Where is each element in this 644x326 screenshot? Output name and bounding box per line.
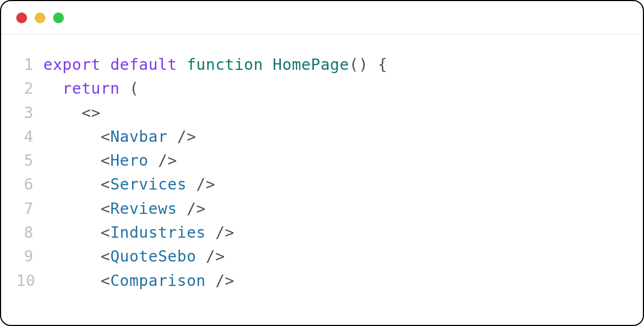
line-number: 1 (16, 53, 43, 77)
code-line: 6 <Services /> (16, 173, 628, 197)
line-number: 8 (16, 221, 43, 245)
close-dot[interactable] (16, 12, 27, 23)
line-number: 3 (16, 101, 43, 125)
token (168, 128, 178, 146)
code-line: 3 <> (16, 101, 628, 125)
token: export (43, 56, 101, 74)
token: Industries (110, 224, 206, 242)
code-line: 7 <Reviews /> (16, 197, 628, 221)
token (43, 272, 101, 290)
zoom-dot[interactable] (53, 12, 64, 23)
token: Services (110, 175, 187, 193)
token: < (101, 128, 110, 146)
token (206, 224, 215, 242)
code-line: 4 <Navbar /> (16, 125, 628, 149)
code-content: <Reviews /> (43, 197, 206, 221)
token: HomePage (273, 56, 349, 74)
line-number: 6 (16, 173, 43, 197)
token (368, 56, 378, 74)
code-window: 1export default function HomePage() {2 r… (0, 0, 644, 326)
code-content: <Services /> (43, 173, 215, 197)
window-titlebar (1, 1, 643, 35)
token: /> (177, 128, 196, 146)
token (43, 247, 101, 265)
token (43, 224, 101, 242)
token: function (187, 56, 263, 74)
token (263, 56, 273, 74)
token (101, 56, 110, 74)
line-number: 10 (16, 269, 43, 293)
token: default (110, 56, 178, 74)
token (43, 152, 101, 169)
code-line: 9 <QuoteSebo /> (16, 245, 628, 269)
token: < (101, 272, 110, 290)
token (206, 272, 215, 290)
token (43, 104, 82, 122)
code-line: 5 <Hero /> (16, 149, 628, 173)
code-content: return ( (43, 77, 139, 101)
token: < (101, 152, 110, 169)
line-number: 9 (16, 245, 43, 269)
code-content: <Industries /> (43, 221, 234, 245)
code-content: <QuoteSebo /> (43, 245, 225, 269)
token: <> (82, 104, 101, 122)
token: () (349, 56, 368, 74)
code-line: 1export default function HomePage() { (16, 53, 628, 77)
line-number: 7 (16, 197, 43, 221)
token (43, 128, 101, 146)
line-number: 4 (16, 125, 43, 149)
line-number: 2 (16, 77, 43, 101)
token: < (101, 175, 110, 193)
token: /> (187, 200, 206, 218)
token: < (101, 247, 110, 265)
token (43, 80, 62, 97)
token (177, 56, 187, 74)
code-line: 10 <Comparison /> (16, 269, 628, 293)
token: Reviews (110, 200, 178, 218)
code-line: 2 return ( (16, 77, 628, 101)
code-area: 1export default function HomePage() {2 r… (1, 35, 643, 304)
token: /> (215, 272, 234, 290)
token: < (101, 200, 110, 218)
token (177, 200, 187, 218)
minimize-dot[interactable] (35, 12, 45, 23)
code-content: export default function HomePage() { (43, 53, 387, 77)
token: /> (215, 224, 234, 242)
code-line: 8 <Industries /> (16, 221, 628, 245)
code-content: <Navbar /> (43, 125, 196, 149)
code-content: <Hero /> (43, 149, 177, 173)
token: ( (129, 80, 139, 97)
token: { (378, 56, 387, 74)
token: Hero (110, 152, 149, 169)
code-content: <Comparison /> (43, 269, 234, 293)
token: Navbar (110, 128, 168, 146)
token: < (101, 224, 110, 242)
token (187, 175, 196, 193)
token (43, 175, 101, 193)
token: /> (196, 175, 215, 193)
token (120, 80, 129, 97)
line-number: 5 (16, 149, 43, 173)
token (196, 247, 206, 265)
token: /> (206, 247, 225, 265)
code-content: <> (43, 101, 101, 125)
token: Comparison (110, 272, 206, 290)
token: QuoteSebo (110, 247, 196, 265)
token: /> (158, 152, 177, 169)
token: return (62, 80, 120, 97)
token (43, 200, 101, 218)
token (148, 152, 158, 169)
